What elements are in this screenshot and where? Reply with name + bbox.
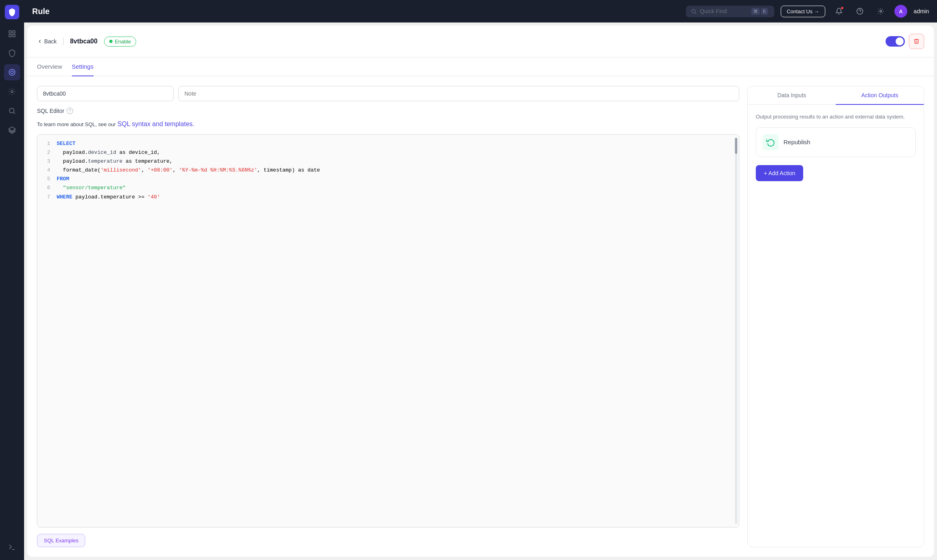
svg-line-8 — [14, 112, 15, 114]
right-content: Output processing results to an action a… — [748, 105, 924, 547]
republish-card[interactable]: Republish — [756, 127, 916, 157]
svg-point-11 — [691, 9, 695, 13]
svg-rect-3 — [13, 35, 15, 37]
help-icon — [856, 8, 863, 15]
rule-id: 8vtbca00 — [70, 38, 98, 45]
search-input[interactable] — [700, 8, 748, 14]
sidebar-bottom — [4, 539, 20, 555]
sidebar-item-layers[interactable] — [4, 122, 20, 138]
trash-icon — [913, 38, 920, 45]
republish-svg-icon — [766, 138, 775, 147]
layers-icon — [8, 126, 16, 134]
svg-line-12 — [695, 12, 696, 14]
enable-badge[interactable]: Enable — [104, 37, 136, 47]
topnav: Rule ⌘ K Contact Us → — [24, 0, 937, 22]
code-editor[interactable]: 1234567 SELECT payload.device_id as devi… — [37, 134, 739, 527]
sidebar-item-chart[interactable] — [4, 26, 20, 42]
note-input[interactable] — [178, 86, 739, 101]
kbd-cmd: ⌘ — [751, 8, 760, 15]
kbd-k: K — [761, 8, 768, 15]
svg-point-6 — [11, 91, 13, 93]
admin-label: admin — [914, 8, 929, 14]
back-arrow-icon — [37, 39, 43, 44]
svg-point-4 — [9, 69, 15, 76]
editor-top-row — [37, 86, 739, 101]
add-action-button[interactable]: + Add Action — [756, 165, 803, 181]
notification-dot — [841, 6, 844, 10]
notifications-button[interactable] — [832, 4, 846, 18]
settings-button[interactable] — [874, 4, 888, 18]
tab-settings[interactable]: Settings — [72, 57, 94, 76]
delete-button[interactable] — [909, 34, 924, 49]
search-icon — [691, 8, 697, 14]
sidebar-item-search[interactable] — [4, 103, 20, 119]
right-panel: Data Inputs Action Outputs Output proces… — [747, 86, 924, 547]
enable-label: Enable — [115, 39, 131, 45]
page-tabs: Overview Settings — [27, 57, 934, 76]
code-editor-inner: 1234567 SELECT payload.device_id as devi… — [37, 135, 739, 527]
svg-point-7 — [9, 108, 14, 113]
svg-point-15 — [880, 10, 882, 12]
sql-hint-text: To learn more about SQL, see our — [37, 121, 116, 127]
settings-panel: SQL Editor ? To learn more about SQL, se… — [27, 76, 934, 557]
sidebar — [0, 0, 24, 560]
editor-area: SQL Editor ? To learn more about SQL, se… — [37, 86, 739, 547]
help-button[interactable] — [853, 4, 867, 18]
sql-hint-row: To learn more about SQL, see our SQL syn… — [37, 121, 739, 128]
scrollbar[interactable] — [735, 138, 737, 524]
svg-rect-1 — [13, 31, 15, 33]
kbd-badge: ⌘ K — [751, 8, 768, 15]
settings2-icon — [8, 88, 16, 96]
sql-help-icon[interactable]: ? — [67, 108, 73, 114]
sidebar-item-shield[interactable] — [4, 45, 20, 61]
main-wrapper: Rule ⌘ K Contact Us → — [24, 0, 937, 560]
enable-dot — [109, 40, 113, 43]
content-area: Back 8vtbca00 Enable Overview — [27, 26, 934, 557]
header-divider — [63, 37, 63, 45]
republish-label: Republish — [784, 139, 810, 145]
back-button[interactable]: Back — [37, 38, 57, 45]
sidebar-item-terminal[interactable] — [4, 539, 20, 555]
enable-toggle[interactable] — [886, 36, 905, 47]
svg-point-5 — [11, 71, 14, 74]
avatar: A — [894, 5, 907, 18]
output-description: Output processing results to an action a… — [756, 113, 916, 121]
code-content: SELECT payload.device_id as device_id, p… — [53, 135, 733, 527]
sql-label: SQL Editor ? — [37, 108, 739, 114]
page-title: Rule — [32, 7, 49, 16]
header-right — [886, 34, 924, 49]
terminal-icon — [8, 543, 16, 551]
logo-icon — [8, 8, 16, 16]
page-header: Back 8vtbca00 Enable — [27, 26, 934, 57]
gear-icon — [877, 8, 884, 15]
chart-icon — [8, 30, 16, 38]
sql-examples-button[interactable]: SQL Examples — [37, 534, 85, 547]
app-logo[interactable] — [5, 5, 19, 19]
shield-icon — [8, 49, 16, 57]
sidebar-item-settings2[interactable] — [4, 84, 20, 100]
rule-name-input[interactable] — [37, 86, 174, 101]
search-bar[interactable]: ⌘ K — [686, 6, 774, 17]
right-tabs: Data Inputs Action Outputs — [748, 86, 924, 105]
contact-us-button[interactable]: Contact Us → — [781, 6, 825, 17]
svg-rect-2 — [9, 35, 12, 37]
right-tab-data-inputs[interactable]: Data Inputs — [748, 86, 836, 105]
rules-icon — [8, 68, 16, 76]
scrollbar-thumb — [735, 138, 737, 154]
svg-rect-0 — [9, 31, 12, 33]
right-tab-action-outputs[interactable]: Action Outputs — [836, 86, 924, 105]
tab-overview[interactable]: Overview — [37, 57, 62, 76]
back-label: Back — [44, 38, 57, 45]
search2-icon — [8, 107, 16, 115]
toggle-knob — [896, 37, 904, 45]
sql-link[interactable]: SQL syntax and templates. — [117, 121, 194, 127]
sidebar-item-rules[interactable] — [4, 64, 20, 80]
line-numbers: 1234567 — [37, 135, 53, 527]
republish-icon — [763, 134, 779, 150]
